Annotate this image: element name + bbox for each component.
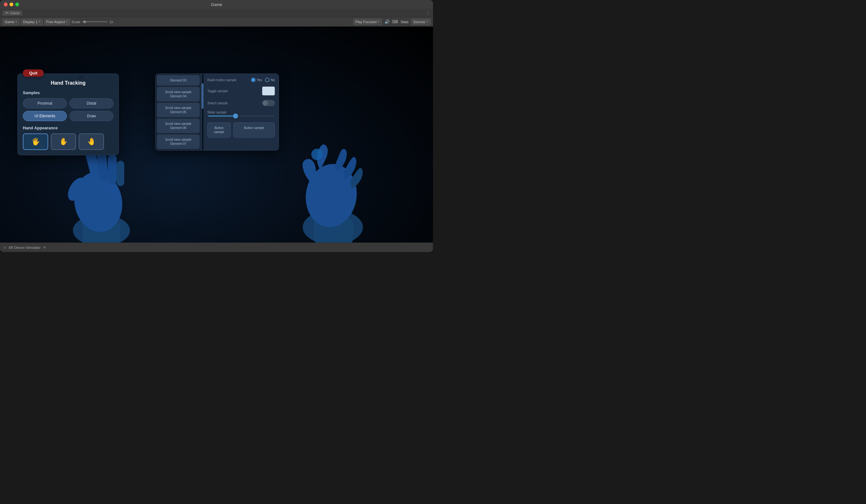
maximize-button[interactable] xyxy=(15,2,19,6)
draw-button[interactable]: Draw xyxy=(69,111,113,121)
bottom-label: XR Device Simulator xyxy=(8,246,40,249)
slider-thumb[interactable] xyxy=(233,113,238,119)
toolbar: Game ▼ Display 1 ▼ Free Aspect ▼ Scale 1… xyxy=(0,17,433,27)
hand-appearance-section: Hand Appearance 🖐️ ✋ 🤚 xyxy=(23,125,113,150)
switch-thumb xyxy=(263,100,268,105)
radio-yes-label: Yes xyxy=(257,78,262,82)
toggle-label: Toggle sample xyxy=(207,89,227,93)
scroll-item-7[interactable]: Scroll view sampleElement 07 xyxy=(157,134,200,149)
radio-row: Radio button sample Yes No xyxy=(207,78,275,82)
controls-panel: Radio button sample Yes No xyxy=(203,74,279,150)
play-focused-label: Play Focused xyxy=(355,20,377,24)
scrollbar-track[interactable] xyxy=(202,74,203,150)
switch-label: Switch sample xyxy=(207,101,227,105)
hand-tracking-title: Hand Tracking xyxy=(23,80,113,86)
bottom-bar: ≡ XR Device Simulator + xyxy=(0,243,433,252)
panel-main: Element 03 Scroll view sampleElement 04 … xyxy=(155,74,279,150)
switch-control[interactable] xyxy=(262,100,275,106)
hand-appearance-label: Hand Appearance xyxy=(23,125,113,130)
scale-label: Scale xyxy=(71,20,80,24)
toolbar-right: Play Focused ▼ 🔊 ⌨ Stats Gizmos ▼ xyxy=(353,19,431,25)
radio-yes-inner xyxy=(252,79,254,81)
display-dropdown-arrow: ▼ xyxy=(38,20,41,23)
minimize-button[interactable] xyxy=(10,2,13,6)
radio-no[interactable]: No xyxy=(265,78,275,82)
radio-yes-circle[interactable] xyxy=(251,78,255,82)
game-tab-icon: 🎮 xyxy=(5,11,9,14)
play-focused-dropdown[interactable]: Play Focused ▼ xyxy=(353,19,382,25)
display-dropdown[interactable]: Display 1 ▼ xyxy=(21,19,43,25)
game-dropdown[interactable]: Game ▼ xyxy=(2,19,20,25)
window-title: Game xyxy=(211,2,222,7)
gizmos-arrow: ▼ xyxy=(426,20,428,23)
game-tab[interactable]: 🎮 Game xyxy=(2,10,22,15)
scrollbar-thumb[interactable] xyxy=(202,83,203,109)
play-focused-arrow: ▼ xyxy=(377,20,380,23)
aspect-dropdown-arrow: ▼ xyxy=(66,20,68,23)
scroll-item-3[interactable]: Element 03 xyxy=(157,75,200,86)
buttons-row: Buttonsample Button sample xyxy=(207,122,275,137)
aspect-dropdown[interactable]: Free Aspect ▼ xyxy=(44,19,70,25)
close-button[interactable] xyxy=(4,2,8,6)
bottom-plus-button[interactable]: + xyxy=(43,245,46,250)
game-dropdown-label: Game xyxy=(5,20,14,24)
aspect-dropdown-label: Free Aspect xyxy=(46,20,65,24)
hand-icon-outline[interactable]: ✋ xyxy=(51,133,76,150)
slider-fill xyxy=(208,115,235,117)
proximal-button[interactable]: Proximal xyxy=(23,98,67,109)
switch-row: Switch sample xyxy=(207,100,275,106)
bottom-menu-icon: ≡ xyxy=(4,246,6,249)
main-window: Game 🎮 Game ⋮ Game ▼ Display 1 ▼ Free As… xyxy=(0,0,433,252)
game-dropdown-arrow: ▼ xyxy=(15,20,18,23)
scale-dot xyxy=(84,21,86,23)
gizmos-label: Gizmos xyxy=(413,20,425,24)
game-viewport[interactable]: ☞ Quit Hand Tracking Samples Proximal Di… xyxy=(0,27,433,243)
distal-button[interactable]: Distal xyxy=(69,98,113,109)
samples-grid: Proximal Distal UI Elements Draw xyxy=(23,98,113,121)
scroll-item-6[interactable]: Scroll view sampleElement 06 xyxy=(157,119,200,133)
slider-container: Slider sample xyxy=(207,111,275,117)
radio-yes[interactable]: Yes xyxy=(251,78,262,82)
hand-icon-skeleton[interactable]: 🤚 xyxy=(79,133,104,150)
toggle-control[interactable] xyxy=(262,87,275,96)
game-tab-label: Game xyxy=(10,11,20,15)
traffic-lights xyxy=(4,2,19,6)
scroll-item-5[interactable]: Scroll view sampleElement 05 xyxy=(157,103,200,117)
slider-label: Slider sample xyxy=(207,111,227,114)
slider-track[interactable] xyxy=(208,115,274,117)
samples-label: Samples xyxy=(23,90,113,95)
gizmos-dropdown[interactable]: Gizmos ▼ xyxy=(411,19,431,25)
scroll-item-4[interactable]: Scroll view sampleElement 04 xyxy=(157,87,200,101)
button-sample-narrow[interactable]: Buttonsample xyxy=(207,122,231,137)
title-bar: Game xyxy=(0,0,433,9)
radio-label: Radio button sample xyxy=(207,78,236,82)
radio-no-circle[interactable] xyxy=(265,78,269,82)
slider-label-row: Slider sample xyxy=(207,111,275,114)
quit-button[interactable]: Quit xyxy=(23,69,44,77)
hand-icons-row: 🖐️ ✋ 🤚 xyxy=(23,133,113,150)
ui-elements-button[interactable]: UI Elements xyxy=(23,111,67,121)
tab-more-button[interactable]: ⋮ xyxy=(426,10,431,15)
button-sample-wide[interactable]: Button sample xyxy=(233,122,275,137)
scale-value: 1x xyxy=(109,20,113,24)
stats-button[interactable]: Stats xyxy=(401,20,409,24)
hand-icon-solid[interactable]: 🖐️ xyxy=(23,133,48,150)
audio-icon[interactable]: 🔊 xyxy=(385,19,390,24)
scale-control: Scale 1x xyxy=(71,20,113,24)
scroll-list[interactable]: Element 03 Scroll view sampleElement 04 … xyxy=(156,74,202,150)
keyboard-icon[interactable]: ⌨ xyxy=(392,19,398,24)
scale-slider[interactable] xyxy=(82,21,108,22)
panel-hand-tracking: Quit Hand Tracking Samples Proximal Dist… xyxy=(18,74,119,155)
toggle-row: Toggle sample xyxy=(207,87,275,96)
tab-bar: 🎮 Game ⋮ xyxy=(0,9,433,17)
display-dropdown-label: Display 1 xyxy=(23,20,37,24)
radio-group: Yes No xyxy=(251,78,275,82)
radio-no-label: No xyxy=(271,78,275,82)
